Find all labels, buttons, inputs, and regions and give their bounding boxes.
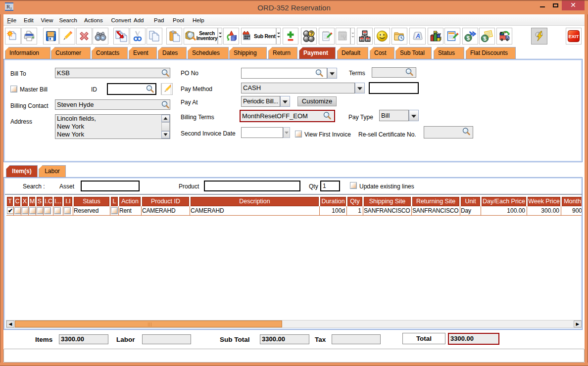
svg-text:?: ? <box>310 31 313 37</box>
svg-text:EXIT: EXIT <box>568 34 579 39</box>
svg-text:A: A <box>415 33 420 40</box>
svg-text:$: $ <box>467 35 470 41</box>
svg-text:$: $ <box>483 36 486 42</box>
